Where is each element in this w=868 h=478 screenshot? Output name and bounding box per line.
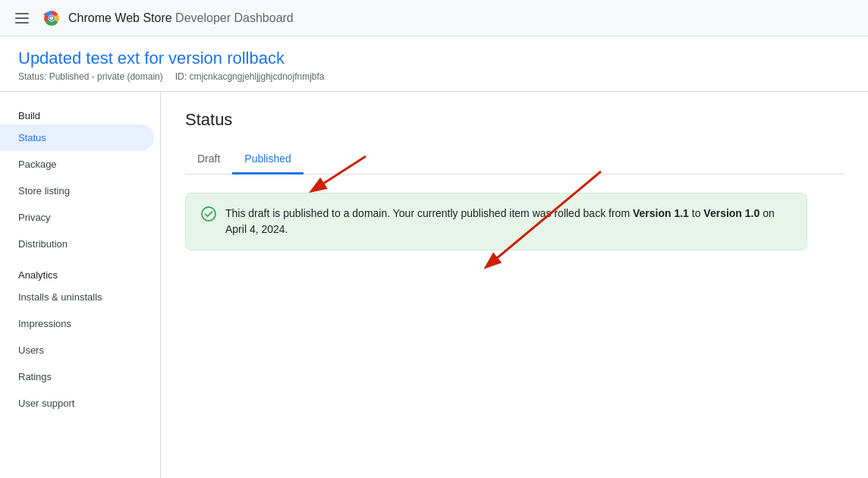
sidebar-item-package[interactable]: Package: [0, 151, 154, 178]
sidebar-item-user-support[interactable]: User support: [0, 390, 154, 417]
page-status: Status: Published - private (domain): [18, 71, 163, 82]
sidebar-item-users[interactable]: Users: [0, 337, 154, 363]
sidebar-item-installs[interactable]: Installs & uninstalls: [0, 284, 154, 310]
sidebar: Build Status Package Store listing Priva…: [0, 92, 161, 478]
status-message-box: This draft is published to a domain. You…: [185, 193, 807, 250]
content-section-title: Status: [185, 110, 844, 130]
page-meta: Status: Published - private (domain) ID:…: [18, 71, 850, 82]
chrome-logo-icon-detail: [42, 9, 61, 27]
page-id: ID: cmjcnkacgngjehljjghjcdnojfnmjbfa: [175, 71, 325, 82]
status-message-text: This draft is published to a domain. You…: [225, 206, 791, 237]
version-to: Version 1.0: [703, 207, 760, 219]
sidebar-item-ratings[interactable]: Ratings: [0, 363, 154, 390]
sidebar-item-impressions[interactable]: Impressions: [0, 310, 154, 337]
page-header: Updated test ext for version rollback St…: [0, 36, 868, 92]
sidebar-item-status[interactable]: Status: [0, 124, 154, 151]
check-circle-icon: [201, 206, 216, 222]
build-section-label: Build: [0, 104, 160, 124]
svg-point-4: [50, 17, 54, 20]
analytics-section-label: Analytics: [0, 257, 160, 284]
version-from: Version 1.1: [633, 207, 689, 219]
page-title: Updated test ext for version rollback: [18, 49, 850, 68]
status-tabs: Draft Published: [185, 145, 844, 175]
sidebar-item-privacy[interactable]: Privacy: [0, 204, 154, 231]
hamburger-menu[interactable]: [12, 10, 32, 27]
svg-point-5: [202, 207, 215, 221]
tab-draft[interactable]: Draft: [185, 145, 232, 175]
topbar-title: Chrome Web Store Developer Dashboard: [68, 11, 294, 25]
sidebar-item-distribution[interactable]: Distribution: [0, 231, 154, 257]
tab-published[interactable]: Published: [232, 145, 303, 175]
main-layout: Build Status Package Store listing Priva…: [0, 92, 868, 478]
sidebar-item-store-listing[interactable]: Store listing: [0, 178, 154, 204]
content-area: Status Draft Published This draft is pub…: [161, 92, 868, 478]
topbar: Chrome Web Store Developer Dashboard: [0, 0, 868, 36]
